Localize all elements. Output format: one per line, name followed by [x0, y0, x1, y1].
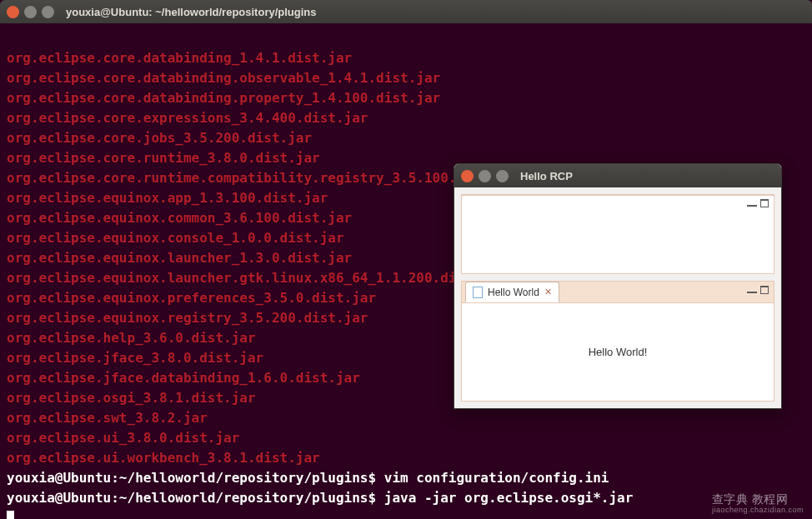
svg-rect-0 [747, 205, 757, 207]
file-entry: org.eclipse.core.runtime.compatibility.r… [7, 170, 521, 186]
maximize-view-icon[interactable] [760, 286, 769, 294]
file-entry: org.eclipse.equinox.app_1.3.100.dist.jar [7, 190, 328, 206]
maximize-view-icon[interactable] [760, 199, 769, 207]
prompt-command: java -jar org.eclipse.osgi*.jar [384, 490, 634, 506]
watermark-main: 查字典 教程网 [712, 492, 788, 506]
tab-row: Hello World ✕ [462, 282, 774, 303]
popup-title: Hello RCP [520, 170, 573, 182]
file-entry: org.eclipse.help_3.6.0.dist.jar [7, 330, 256, 346]
tab-label: Hello World [488, 287, 539, 298]
prompt-path: :~/helloworld/repository/plugins$ [111, 490, 376, 506]
prompt-path: :~/helloworld/repository/plugins$ [111, 470, 376, 486]
file-entry: org.eclipse.osgi_3.8.1.dist.jar [7, 390, 256, 406]
svg-rect-2 [760, 199, 769, 201]
empty-panel [461, 194, 774, 274]
file-entry: org.eclipse.core.jobs_3.5.200.dist.jar [7, 130, 312, 146]
minimize-view-icon[interactable] [747, 286, 757, 294]
file-entry: org.eclipse.equinox.registry_3.5.200.dis… [7, 310, 368, 326]
close-icon[interactable] [461, 170, 474, 182]
file-entry: org.eclipse.core.databinding_1.4.1.dist.… [7, 50, 352, 66]
close-icon[interactable] [7, 6, 19, 18]
hello-world-text: Hello World! [589, 346, 648, 358]
hello-world-panel: Hello World ✕ Hello World! [461, 281, 774, 402]
panel-content: Hello World! [462, 303, 774, 401]
file-entry: org.eclipse.core.databinding.property_1.… [7, 90, 440, 106]
document-icon [473, 287, 483, 298]
file-entry: org.eclipse.equinox.launcher.gtk.linux.x… [7, 270, 504, 286]
popup-body: Hello World ✕ Hello World! [454, 187, 781, 408]
minimize-icon[interactable] [24, 6, 37, 18]
file-entry: org.eclipse.core.databinding.observable_… [7, 70, 440, 86]
close-tab-icon[interactable]: ✕ [544, 287, 552, 297]
file-entry: org.eclipse.equinox.common_3.6.100.dist.… [7, 210, 352, 226]
terminal-cursor [7, 511, 14, 519]
maximize-icon[interactable] [42, 6, 54, 18]
file-entry: org.eclipse.equinox.launcher_1.3.0.dist.… [7, 250, 352, 266]
watermark: 查字典 教程网 jiaocheng.chazidian.com [712, 492, 804, 514]
terminal-titlebar[interactable]: youxia@Ubuntu: ~/helloworld/repository/p… [0, 0, 812, 23]
file-entry: org.eclipse.ui.workbench_3.8.1.dist.jar [7, 450, 320, 466]
svg-rect-5 [760, 286, 769, 287]
tab-hello-world[interactable]: Hello World ✕ [465, 282, 559, 302]
watermark-sub: jiaocheng.chazidian.com [712, 506, 804, 514]
file-entry: org.eclipse.core.runtime_3.8.0.dist.jar [7, 150, 320, 166]
file-entry: org.eclipse.core.expressions_3.4.400.dis… [7, 110, 368, 126]
file-entry: org.eclipse.equinox.console_1.0.0.dist.j… [7, 230, 344, 246]
minimize-view-icon[interactable] [747, 199, 757, 207]
file-entry: org.eclipse.equinox.preferences_3.5.0.di… [7, 290, 376, 306]
popup-titlebar[interactable]: Hello RCP [454, 164, 781, 187]
prompt-user: youxia@Ubuntu [7, 470, 111, 486]
terminal-title: youxia@Ubuntu: ~/helloworld/repository/p… [66, 6, 317, 18]
maximize-icon[interactable] [496, 170, 509, 182]
svg-rect-3 [747, 292, 757, 293]
file-entry: org.eclipse.jface_3.8.0.dist.jar [7, 350, 263, 366]
prompt-user: youxia@Ubuntu [7, 490, 111, 506]
file-entry: org.eclipse.swt_3.8.2.jar [7, 410, 208, 426]
file-entry: org.eclipse.ui_3.8.0.dist.jar [7, 430, 239, 446]
file-entry: org.eclipse.jface.databinding_1.6.0.dist… [7, 370, 360, 386]
minimize-icon[interactable] [479, 170, 491, 182]
prompt-command: vim configuration/config.ini [384, 470, 609, 486]
hello-rcp-window[interactable]: Hello RCP Hello World ✕ Hel [454, 163, 782, 409]
